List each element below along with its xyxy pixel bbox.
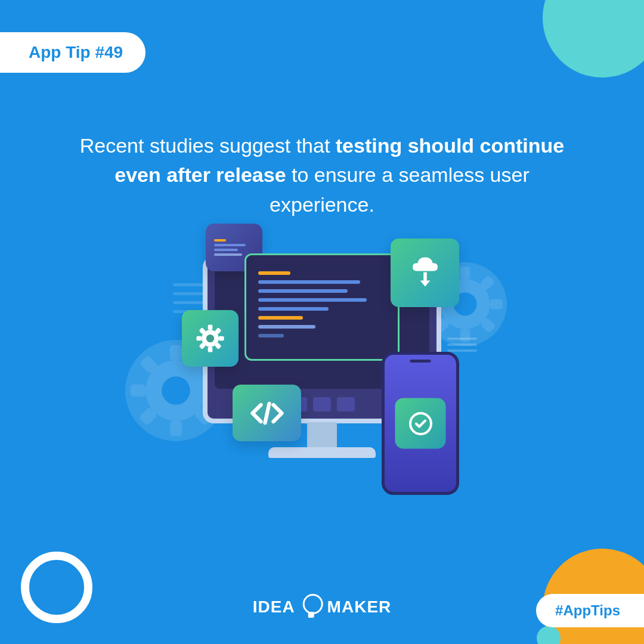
svg-rect-3: [131, 385, 146, 397]
monitor-stand: [307, 422, 337, 449]
headline-pre: Recent studies suggest that: [80, 134, 336, 157]
illustration: [155, 233, 489, 501]
svg-rect-21: [208, 324, 213, 330]
svg-rect-24: [219, 336, 224, 341]
svg-rect-14: [490, 299, 503, 309]
cloud-download-icon: [391, 239, 459, 307]
svg-rect-23: [196, 336, 202, 341]
svg-point-9: [162, 376, 190, 405]
brand-logo: IDEA MAKER: [253, 594, 392, 620]
logo-left: IDEA: [253, 597, 295, 617]
code-window-icon: [244, 253, 400, 361]
svg-rect-2: [170, 421, 182, 436]
lightbulb-icon: [301, 594, 321, 620]
headline-text: Recent studies suggest that testing shou…: [78, 131, 566, 219]
svg-point-29: [206, 335, 214, 342]
headline-post: to ensure a seamless user experience.: [270, 163, 530, 215]
tip-badge: App Tip #49: [0, 32, 145, 73]
phone-icon: [382, 352, 459, 495]
svg-rect-1: [170, 345, 182, 361]
decoration-ring: [21, 552, 92, 623]
code-tags-icon: [233, 385, 301, 441]
decoration-circle-teal: [543, 0, 644, 78]
checkmark-icon: [395, 398, 446, 449]
logo-right: MAKER: [327, 597, 392, 617]
svg-rect-11: [460, 267, 470, 279]
hashtag-badge: #AppTips: [536, 594, 644, 627]
svg-rect-22: [208, 347, 213, 352]
gear-icon: [182, 310, 239, 367]
monitor-base: [268, 447, 376, 458]
